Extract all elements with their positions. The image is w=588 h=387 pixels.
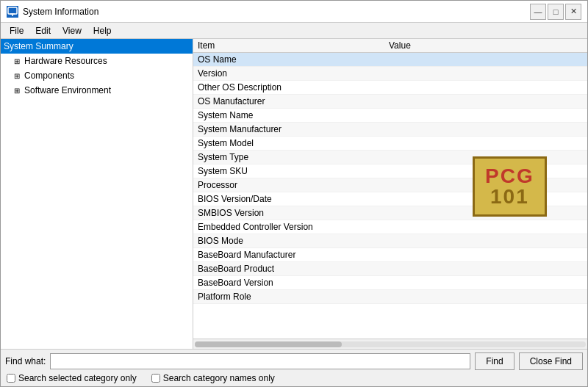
data-table: Item Value OS NameVersionOther OS Descri… bbox=[193, 39, 587, 304]
table-row: SMBIOS Version bbox=[193, 206, 587, 220]
cell-value bbox=[384, 234, 587, 248]
table-row: BIOS Mode bbox=[193, 234, 587, 248]
cell-value bbox=[384, 67, 587, 81]
svg-rect-0 bbox=[8, 7, 17, 14]
cell-item: System Name bbox=[193, 109, 384, 123]
table-row: BaseBoard Version bbox=[193, 276, 587, 290]
cell-item: BIOS Mode bbox=[193, 234, 384, 248]
cell-value bbox=[384, 123, 587, 137]
cell-item: System Model bbox=[193, 137, 384, 151]
menu-item-edit[interactable]: Edit bbox=[29, 24, 57, 37]
cell-item: BIOS Version/Date bbox=[193, 192, 384, 206]
minimize-button[interactable]: — bbox=[530, 4, 546, 20]
cell-item: Version bbox=[193, 67, 384, 81]
left-panel: System Summary ⊞ Hardware Resources ⊞ Co… bbox=[1, 39, 193, 349]
table-row: System Name bbox=[193, 109, 587, 123]
cell-item: OS Name bbox=[193, 53, 384, 67]
table-row: System Manufacturer bbox=[193, 123, 587, 137]
table-row: Processor bbox=[193, 178, 587, 192]
title-controls: — □ ✕ bbox=[530, 4, 581, 20]
cell-value bbox=[384, 206, 587, 220]
col-header-value: Value bbox=[384, 39, 587, 53]
main-content: System Summary ⊞ Hardware Resources ⊞ Co… bbox=[1, 39, 587, 349]
right-panel: Item Value OS NameVersionOther OS Descri… bbox=[193, 39, 587, 349]
cell-item: BaseBoard Product bbox=[193, 262, 384, 276]
table-row: System Type bbox=[193, 151, 587, 164]
cell-value bbox=[384, 262, 587, 276]
cell-item: Platform Role bbox=[193, 290, 384, 304]
cell-value bbox=[384, 109, 587, 123]
title-bar-left: System Information bbox=[7, 6, 98, 18]
table-row: BaseBoard Product bbox=[193, 262, 587, 276]
cell-item: SMBIOS Version bbox=[193, 206, 384, 220]
cell-value bbox=[384, 192, 587, 206]
close-button[interactable]: ✕ bbox=[565, 4, 581, 20]
table-row: BaseBoard Manufacturer bbox=[193, 248, 587, 262]
window-title: System Information bbox=[23, 7, 98, 17]
menu-item-view[interactable]: View bbox=[57, 24, 87, 37]
cell-value bbox=[384, 95, 587, 109]
search-selected-category-label: Search selected category only bbox=[18, 373, 137, 383]
sidebar-item-system-summary[interactable]: System Summary bbox=[1, 39, 193, 54]
cell-value bbox=[384, 220, 587, 234]
table-row: Version bbox=[193, 67, 587, 81]
cell-item: System SKU bbox=[193, 164, 384, 178]
expand-icon-software: ⊞ bbox=[14, 87, 24, 95]
cell-value bbox=[384, 151, 587, 164]
main-window: System Information — □ ✕ FileEditViewHel… bbox=[0, 0, 588, 387]
table-row: Other OS Description bbox=[193, 81, 587, 95]
search-category-names-checkbox[interactable]: Search category names only bbox=[151, 373, 275, 383]
cell-item: Processor bbox=[193, 178, 384, 192]
search-category-names-label: Search category names only bbox=[163, 373, 275, 383]
find-row: Find what: Find Close Find bbox=[5, 352, 583, 370]
scroll-track bbox=[195, 341, 586, 347]
cell-value bbox=[384, 81, 587, 95]
horizontal-scrollbar[interactable] bbox=[193, 339, 587, 349]
checkbox-row: Search selected category only Search cat… bbox=[5, 373, 583, 383]
cell-item: System Type bbox=[193, 151, 384, 164]
title-bar: System Information — □ ✕ bbox=[1, 1, 587, 23]
table-row: OS Name bbox=[193, 53, 587, 67]
app-icon bbox=[7, 6, 18, 18]
sidebar-item-hardware-resources[interactable]: ⊞ Hardware Resources bbox=[1, 54, 193, 68]
expand-icon-components: ⊞ bbox=[14, 72, 24, 80]
cell-item: Embedded Controller Version bbox=[193, 220, 384, 234]
cell-item: System Manufacturer bbox=[193, 123, 384, 137]
find-input[interactable] bbox=[50, 353, 470, 369]
table-row: Platform Role bbox=[193, 290, 587, 304]
cell-value bbox=[384, 53, 587, 67]
cell-value bbox=[384, 248, 587, 262]
table-row: System Model bbox=[193, 137, 587, 151]
menu-item-file[interactable]: File bbox=[4, 24, 29, 37]
search-category-names-input[interactable] bbox=[151, 374, 160, 383]
data-scroll-area[interactable]: Item Value OS NameVersionOther OS Descri… bbox=[193, 39, 587, 339]
scroll-thumb[interactable] bbox=[195, 341, 342, 347]
cell-value bbox=[384, 137, 587, 151]
cell-item: Other OS Description bbox=[193, 81, 384, 95]
search-selected-category-input[interactable] bbox=[7, 374, 15, 383]
sidebar-item-components[interactable]: ⊞ Components bbox=[1, 68, 193, 83]
cell-value bbox=[384, 164, 587, 178]
table-row: OS Manufacturer bbox=[193, 95, 587, 109]
cell-value bbox=[384, 178, 587, 192]
cell-value bbox=[384, 276, 587, 290]
menu-bar: FileEditViewHelp bbox=[1, 23, 587, 39]
expand-icon-hardware: ⊞ bbox=[14, 57, 24, 65]
col-header-item: Item bbox=[193, 39, 384, 53]
find-button[interactable]: Find bbox=[475, 352, 514, 370]
cell-item: BaseBoard Manufacturer bbox=[193, 248, 384, 262]
menu-item-help[interactable]: Help bbox=[87, 24, 118, 37]
sidebar-item-software-environment[interactable]: ⊞ Software Environment bbox=[1, 83, 193, 98]
cell-item: BaseBoard Version bbox=[193, 276, 384, 290]
table-row: Embedded Controller Version bbox=[193, 220, 587, 234]
close-find-button[interactable]: Close Find bbox=[519, 352, 583, 370]
search-selected-category-checkbox[interactable]: Search selected category only bbox=[7, 373, 137, 383]
maximize-button[interactable]: □ bbox=[548, 4, 564, 20]
table-row: BIOS Version/Date bbox=[193, 192, 587, 206]
bottom-bar: Find what: Find Close Find Search select… bbox=[1, 349, 587, 386]
find-label: Find what: bbox=[5, 356, 46, 366]
table-row: System SKU bbox=[193, 164, 587, 178]
cell-value bbox=[384, 290, 587, 304]
cell-item: OS Manufacturer bbox=[193, 95, 384, 109]
